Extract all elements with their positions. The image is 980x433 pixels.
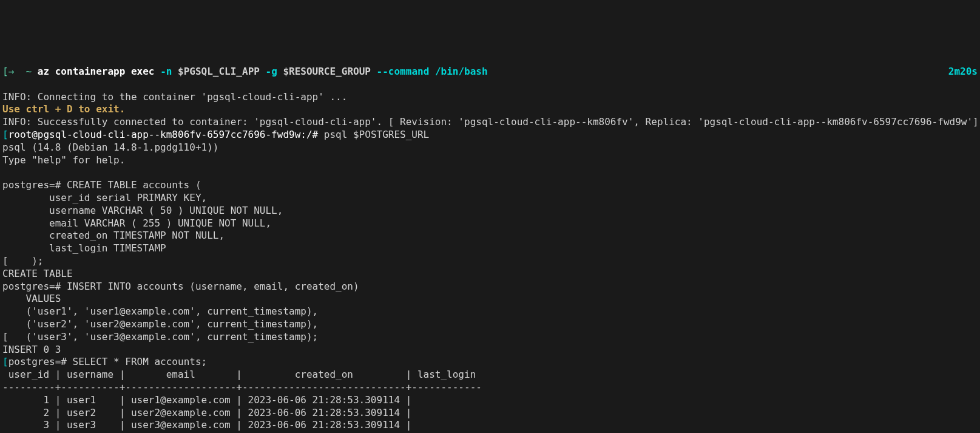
flag-n: -n [160,66,172,77]
create-table-l7: [ ); [2,255,43,267]
var-rg: $RESOURCE_GROUP [283,66,371,77]
shell-prompt: root@pgsql-cloud-cli-app--km806fv-6597cc… [8,129,319,140]
pg-prompt: postgres=# [2,179,61,191]
select-cmd: SELECT * FROM accounts; [67,356,207,367]
insert-l4: ('user2', 'user2@example.com', current_t… [2,318,318,330]
bracket-icon: [ [2,129,8,140]
terminal-window[interactable]: [→ ~ az containerapp exec -n $PGSQL_CLI_… [0,50,980,433]
create-table-l6: last_login TIMESTAMP [2,242,166,254]
psql-help: Type "help" for help. [2,154,125,166]
elapsed-time: 2m20s [948,66,978,78]
create-table-l4: email VARCHAR ( 255 ) UNIQUE NOT NULL, [2,217,271,229]
command-text: az containerapp exec [38,66,155,77]
pg-prompt: postgres=# [2,281,61,292]
info-connected: INFO: Successfully connected to containe… [2,116,979,128]
create-table-l3: username VARCHAR ( 50 ) UNIQUE NOT NULL, [2,205,283,216]
flag-command: --command [377,66,430,77]
create-table-l5: created_on TIMESTAMP NOT NULL, [2,230,225,241]
command-path: /bin/bash [435,66,488,77]
create-table-result: CREATE TABLE [2,268,73,279]
pg-prompt: postgres=# [8,356,67,367]
table-header: user_id | username | email | created_on … [2,369,482,380]
insert-l5: [ ('user3', 'user3@example.com', current… [2,331,318,343]
table-row: 2 | user2 | user2@example.com | 2023-06-… [2,407,417,418]
insert-l2: VALUES [2,293,61,304]
info-connecting: INFO: Connecting to the container 'pgsql… [2,91,347,103]
insert-l1: INSERT INTO accounts (username, email, c… [61,281,359,292]
bracket-icon: [ [2,356,8,367]
shell-command: psql $POSTGRES_URL [318,129,429,140]
arrow-icon: → [8,66,15,77]
create-table-l1: CREATE TABLE accounts ( [61,179,201,191]
cwd-tilde: ~ [26,66,32,77]
insert-result: INSERT 0 3 [2,344,61,355]
command-header: [→ ~ az containerapp exec -n $PGSQL_CLI_… [2,66,978,78]
flag-g: -g [266,66,277,77]
psql-version: psql (14.8 (Debian 14.8-1.pgdg110+1)) [2,141,218,153]
bracket-icon: [ [2,66,8,77]
insert-l3: ('user1', 'user1@example.com', current_t… [2,305,318,317]
create-table-l2: user_id serial PRIMARY KEY, [2,192,207,203]
table-row: 3 | user3 | user3@example.com | 2023-06-… [2,419,417,431]
table-row: 1 | user1 | user1@example.com | 2023-06-… [2,394,417,406]
var-app: $PGSQL_CLI_APP [178,66,260,77]
exit-hint: Use ctrl + D to exit. [2,103,125,115]
table-separator: ---------+----------+-------------------… [2,381,482,393]
